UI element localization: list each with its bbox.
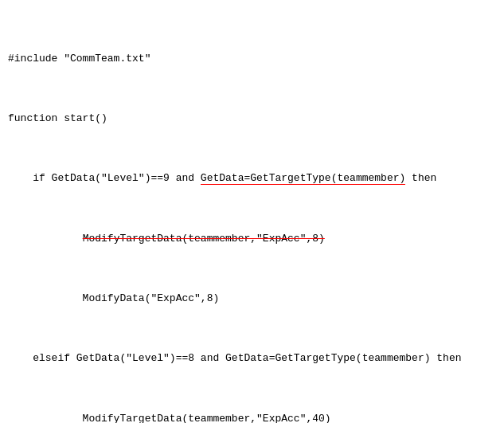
code-line-4: ModifyTargetData(teammember,"ExpAcc",8): [8, 232, 496, 247]
code-editor: #include "CommTeam.txt" function start()…: [0, 0, 504, 423]
code-line-6: elseif GetData("Level")==8 and GetData=G…: [8, 351, 496, 366]
code-line-7: ModifyTargetData(teammember,"ExpAcc",40): [8, 412, 496, 423]
code-line-5: ModifyData("ExpAcc",8): [8, 292, 496, 307]
red-strike-1: ModifyTargetData(teammember,"ExpAcc",8): [83, 233, 325, 245]
code-line-2: function start(): [8, 112, 496, 127]
code-line-1: #include "CommTeam.txt": [8, 52, 496, 67]
code-line-3: if GetData("Level")==9 and GetData=GetTa…: [8, 171, 496, 186]
red-underline-1: GetData=GetTargetType(teammember): [201, 172, 405, 185]
